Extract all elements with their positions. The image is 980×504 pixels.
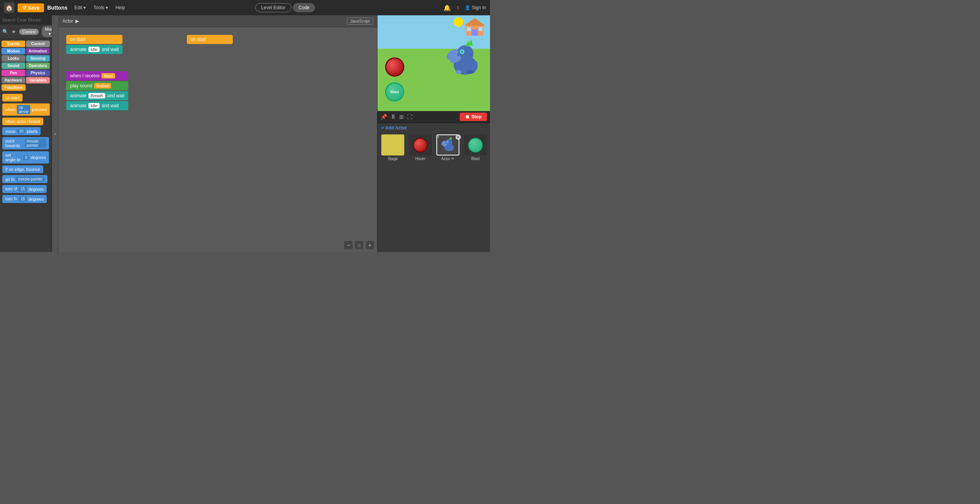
star-icon[interactable]: ★ [11,29,16,34]
game-blast-button[interactable]: Blast [385,82,404,101]
category-looks[interactable]: Looks [2,55,25,62]
save-icon: ↺ [22,5,26,11]
game-red-button[interactable] [385,57,404,77]
block-move-pixels[interactable]: move 10 pixels [2,127,41,135]
main-layout: ✕ 🔍 ★ Control More ▾ Events Control Moti… [0,15,490,252]
code-block-animate-idle-2[interactable]: animate Idle and wait [66,101,128,110]
stop-icon: ⏺ [465,114,470,119]
code-group-receive-blast: when I receive blast play sound fireball… [66,71,128,110]
category-physics[interactable]: Physics [26,70,50,76]
zoom-in-button[interactable]: + [366,241,374,249]
actor-thumb-hover[interactable] [409,134,432,155]
breadcrumb-actor: Actor [62,18,73,24]
app-title: Buttons [47,5,67,11]
svg-marker-0 [464,18,485,26]
block-when-actor-clicked[interactable]: when actor clicked [2,118,43,125]
code-canvas[interactable]: on start animate Idle and wait when I re… [59,27,377,252]
category-hardware[interactable]: Hardware [2,77,25,83]
actor-item-stage: Stage [380,134,406,161]
block-when-key-pressed[interactable]: when up arrow pressed [2,103,50,116]
actor-label-actor: Actor ✏ [441,157,454,161]
category-events[interactable]: Events [2,41,25,47]
category-animation[interactable]: Animation [26,48,50,54]
zoom-fit-button[interactable]: □ [355,241,363,249]
stage-thumbnail [383,137,402,153]
category-sound[interactable]: Sound [2,62,25,69]
category-pen[interactable]: Pen [2,70,25,76]
actor-label-stage: Stage [388,157,398,161]
category-functions[interactable]: Functions [2,84,26,91]
block-go-to[interactable]: go to mouse-pointer [2,175,47,183]
code-block-on-start-1[interactable]: on start [66,35,122,44]
nav-tabs: Level Editor Code [255,3,315,12]
code-group-on-start-2: on start [187,35,233,44]
svg-rect-2 [472,29,478,36]
code-block-animate-breath[interactable]: animate Breath and wait [66,91,128,100]
block-turn-ccw[interactable]: turn ↺ 15 degrees [2,185,47,193]
code-block-on-start-2[interactable]: on start [187,35,233,44]
tab-code[interactable]: Code [293,3,315,12]
topbar: 🏠 ↺ Save Buttons Edit ▾ Tools ▾ Help Lev… [0,0,490,15]
gear-icon[interactable]: ⚙ [436,134,439,139]
bell-icon[interactable]: 🔔 [443,4,451,11]
svg-point-15 [467,70,473,74]
block-turn-cw[interactable]: turn ↻ 15 degrees [2,195,47,203]
blocks-list: on start when up arrow pressed when acto… [0,92,51,252]
actor-label-hover: Hover [415,157,426,161]
breadcrumb: Actor ▶ JavaScript [59,15,377,27]
edit-menu[interactable]: Edit ▾ [72,4,88,11]
code-block-animate-idle-1[interactable]: animate Idle and wait [66,45,122,54]
home-button[interactable]: 🏠 [4,2,15,13]
svg-point-8 [461,51,463,53]
blast-sphere [468,138,483,152]
category-sensing[interactable]: Sensing [26,55,50,62]
zoom-out-button[interactable]: − [344,241,353,249]
javascript-button[interactable]: JavaScript [347,18,373,25]
zoom-controls: − □ + [344,241,374,249]
edit-pencil-icon[interactable]: ✏ [451,157,454,161]
sign-in-button[interactable]: 👤 Sign In [465,5,486,10]
control-tab[interactable]: Control [19,29,39,35]
save-button[interactable]: ↺ Save [18,3,44,12]
tools-menu[interactable]: Tools ▾ [91,4,110,11]
block-set-angle[interactable]: set angle to 0 degrees [2,151,49,164]
block-on-start[interactable]: on start [2,94,23,101]
help-menu[interactable]: Help [113,4,127,11]
search-icon[interactable]: 🔍 [2,29,8,34]
actor-dragon-thumbnail [439,136,457,154]
svg-point-14 [456,70,462,74]
grid-button[interactable]: ⊞ [399,114,404,120]
category-grid: Events Control Motion Animation Looks Se… [0,39,51,92]
close-icon[interactable]: ✕ [456,134,461,140]
pause-button[interactable]: ⏸ [390,113,396,120]
actor-thumb-stage[interactable] [381,134,404,155]
actor-label-blast: Blast [471,157,480,161]
actor-item-actor: ⚙ ✕ Actor ✏ [435,134,461,161]
block-point-towards[interactable]: point towards mouse-pointer [2,137,49,149]
share-icon[interactable]: ↑ [456,4,459,11]
code-group-on-start-1: on start animate Idle and wait [66,35,122,54]
game-house-icon [463,17,486,36]
category-variables[interactable]: Variables [26,77,50,83]
pin-icon[interactable]: 📌 [381,114,387,120]
code-block-when-receive-blast[interactable]: when I receive blast [66,71,128,80]
game-background: Blast [377,15,490,111]
stop-button[interactable]: ⏺ Stop [460,113,487,121]
actor-item-hover: Hover [407,134,433,161]
fullscreen-button[interactable]: ⛶ [407,114,412,120]
category-motion[interactable]: Motion [2,48,25,54]
add-actor-button[interactable]: + Add Actor [377,123,490,133]
actor-thumb-blast[interactable] [464,134,487,155]
search-input[interactable] [2,18,55,22]
svg-rect-16 [383,137,402,153]
actor-item-blast: Blast [462,134,488,161]
code-block-play-sound-fireball[interactable]: play sound fireball [66,81,128,90]
svg-point-20 [447,141,448,142]
category-control[interactable]: Control [26,41,50,47]
block-edge-bounce[interactable]: if on edge, bounce [2,165,43,173]
svg-rect-4 [479,27,482,31]
tab-level-editor[interactable]: Level Editor [255,3,291,12]
topbar-right: 🔔 ↑ 👤 Sign In [443,4,486,11]
category-operators[interactable]: Operators [26,62,50,69]
collapse-button[interactable]: ‹ [52,15,59,252]
